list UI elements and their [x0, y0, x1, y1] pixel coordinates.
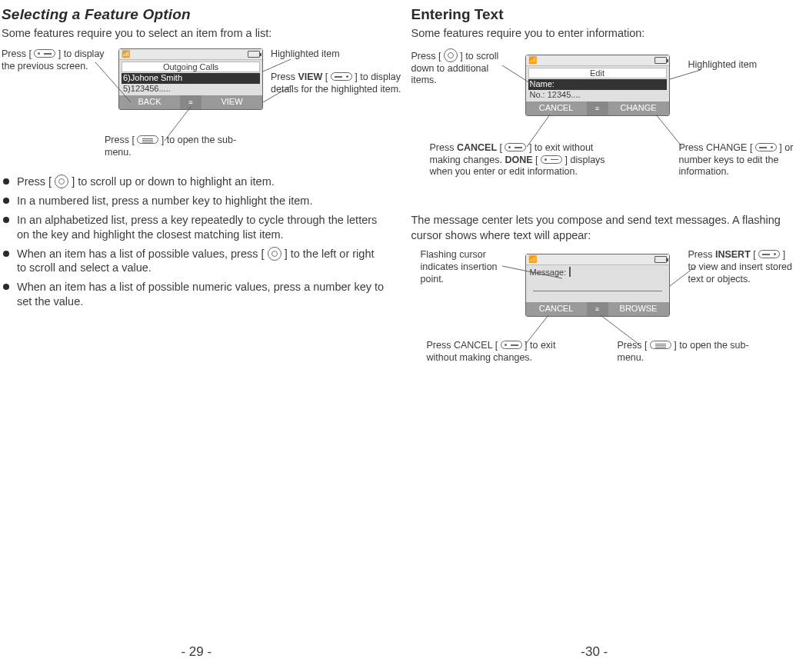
bullet-item: When an item has a list of possible nume…: [3, 280, 385, 309]
diagram-3: 📶 Message: CANCEL ≡ BROWSE Flashing curs…: [411, 249, 795, 388]
right-softkey-icon: [758, 250, 780, 258]
text-underline: [533, 278, 662, 291]
callout-submenu2: Press [ ] to open the sub-menu.: [618, 340, 771, 364]
intro-right: Some features require you to enter infor…: [411, 26, 795, 42]
softkey-mid-icon: ≡: [180, 95, 201, 109]
signal-icon: 📶: [528, 256, 537, 263]
heading-left: Selecting a Feature Option: [2, 5, 385, 25]
callout-cancel: Press CANCEL [ ] to exit without making …: [430, 142, 607, 178]
menu-key-icon: [650, 341, 671, 349]
intro-left: Some features require you to select an i…: [2, 26, 385, 42]
callout-back: Press [ ] to display the previous screen…: [2, 48, 109, 72]
left-softkey-icon: [505, 143, 526, 151]
diagram-2: 📶 Edit Name: No.: 12345.... CANCEL ≡ CHA…: [411, 48, 795, 202]
bullet-item: When an item has a list of possible valu…: [3, 247, 385, 276]
softkey-right: VIEW: [201, 95, 262, 109]
bullet-item: In an alphabetized list, press a key rep…: [3, 213, 385, 242]
left-softkey-icon: [541, 155, 562, 164]
softkey-mid-icon: ≡: [587, 101, 608, 115]
bullet-item: In a numbered list, press a number key t…: [3, 194, 385, 208]
callout-change: Press CHANGE [ ] or number keys to edit …: [679, 142, 797, 178]
left-softkey-icon: [34, 49, 55, 58]
paragraph-msg-center: The message center lets you compose and …: [411, 213, 795, 243]
screen-title: Edit: [528, 68, 667, 78]
signal-icon: 📶: [528, 57, 537, 64]
signal-icon: 📶: [122, 51, 130, 58]
callout-scroll: Press [ ] to scroll down to additional i…: [411, 48, 511, 87]
menu-key-icon: [137, 135, 158, 144]
nav-key-icon: [444, 48, 458, 62]
nav-key-icon: [55, 175, 68, 188]
cursor-icon: [569, 267, 571, 277]
diagram-1: 📶 Outgoing Calls 6)Johone Smith 5)123456…: [2, 48, 385, 171]
battery-icon: [248, 51, 260, 58]
callout-cancel2: Press CANCEL [ ] to exit without making …: [427, 340, 588, 364]
battery-icon: [654, 57, 667, 64]
softkey-right: BROWSE: [608, 302, 669, 316]
list-item: No.: 12345....: [528, 90, 667, 101]
right-softkey-icon: [331, 72, 352, 81]
nav-key-icon: [268, 247, 281, 261]
callout-cursor: Flashing cursor indicates insertion poin…: [421, 249, 521, 285]
callout-insert: Press INSERT [ ] to view and insert stor…: [688, 249, 796, 285]
callout-highlight2: Highlighted item: [688, 59, 758, 72]
softkey-mid-icon: ≡: [587, 302, 608, 316]
screen-title: Outgoing Calls: [122, 62, 260, 72]
left-softkey-icon: [501, 341, 522, 349]
svg-line-5: [670, 70, 701, 79]
callout-highlight: Highlighted item: [271, 48, 340, 61]
svg-line-7: [656, 115, 682, 147]
right-softkey-icon: [755, 143, 777, 151]
callout-submenu: Press [ ] to open the sub-menu.: [105, 135, 258, 158]
callout-view: Press VIEW [ ] to display details for th…: [271, 72, 401, 95]
page-number-left: - 29 -: [0, 644, 393, 661]
softkey-left: CANCEL: [526, 302, 587, 316]
bullet-list: Press [ ] to scroll up or down to highli…: [2, 175, 385, 309]
softkey-right: CHANGE: [608, 101, 669, 115]
page-number-right: -30 -: [393, 644, 797, 661]
list-item-hl: Name:: [528, 79, 667, 90]
softkey-left: CANCEL: [526, 101, 587, 115]
field-label: Message:: [528, 267, 667, 278]
list-item-hl: 6)Johone Smith: [122, 73, 260, 84]
heading-right: Entering Text: [411, 5, 795, 25]
list-item: 5)123456.....: [122, 84, 260, 95]
bullet-item: Press [ ] to scroll up or down to highli…: [3, 175, 385, 189]
svg-line-1: [263, 59, 291, 72]
softkey-left: BACK: [119, 95, 180, 109]
battery-icon: [654, 256, 667, 263]
